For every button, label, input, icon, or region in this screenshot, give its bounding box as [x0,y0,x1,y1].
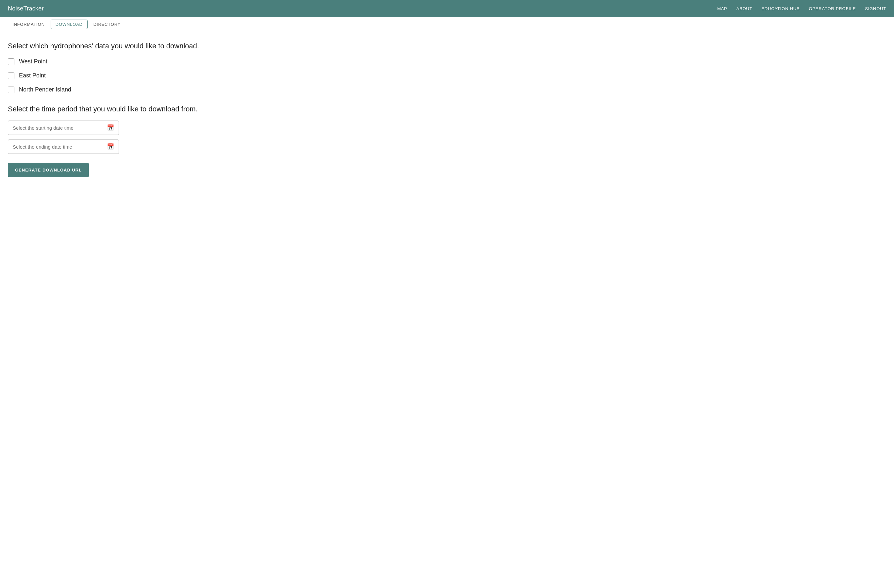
nav-link-signout[interactable]: SIGNOUT [865,6,886,11]
navbar-links: MAP ABOUT EDUCATION HUB OPERATOR PROFILE… [717,6,886,11]
checkbox-label-north-pender: North Pender Island [19,86,71,93]
checkbox-item-east-point[interactable]: East Point [8,72,286,79]
nav-link-about[interactable]: ABOUT [737,6,752,11]
end-calendar-icon: 📅 [107,143,114,150]
start-calendar-icon: 📅 [107,124,114,131]
checkbox-label-west-point: West Point [19,58,47,65]
navbar: NoiseTracker MAP ABOUT EDUCATION HUB OPE… [0,0,894,17]
end-datetime-wrapper[interactable]: 📅 [8,139,119,154]
hydrophone-section-title: Select which hydrophones' data you would… [8,42,286,50]
nav-link-operator-profile[interactable]: OPERATOR PROFILE [809,6,856,11]
checkbox-north-pender[interactable] [8,87,14,93]
time-period-title: Select the time period that you would li… [8,105,286,113]
start-datetime-wrapper[interactable]: 📅 [8,121,119,135]
checkbox-item-west-point[interactable]: West Point [8,58,286,65]
tab-download[interactable]: DOWNLOAD [51,20,88,29]
checkbox-label-east-point: East Point [19,72,46,79]
end-datetime-input[interactable] [13,144,104,149]
navbar-brand: NoiseTracker [8,5,44,12]
main-content: Select which hydrophones' data you would… [0,32,294,187]
tab-bar: INFORMATION DOWNLOAD DIRECTORY [0,17,894,32]
start-datetime-input[interactable] [13,125,104,131]
tab-information[interactable]: INFORMATION [6,17,51,32]
checkbox-west-point[interactable] [8,59,14,65]
checkbox-east-point[interactable] [8,72,14,79]
nav-link-map[interactable]: MAP [717,6,727,11]
nav-link-education-hub[interactable]: EDUCATION HUB [761,6,800,11]
hydrophone-checkbox-group: West Point East Point North Pender Islan… [8,58,286,93]
datetime-inputs: 📅 📅 [8,121,286,154]
time-period-section: Select the time period that you would li… [8,105,286,177]
tab-directory[interactable]: DIRECTORY [88,17,127,32]
checkbox-item-north-pender[interactable]: North Pender Island [8,86,286,93]
generate-download-url-button[interactable]: GENERATE DOWNLOAD URL [8,163,89,177]
